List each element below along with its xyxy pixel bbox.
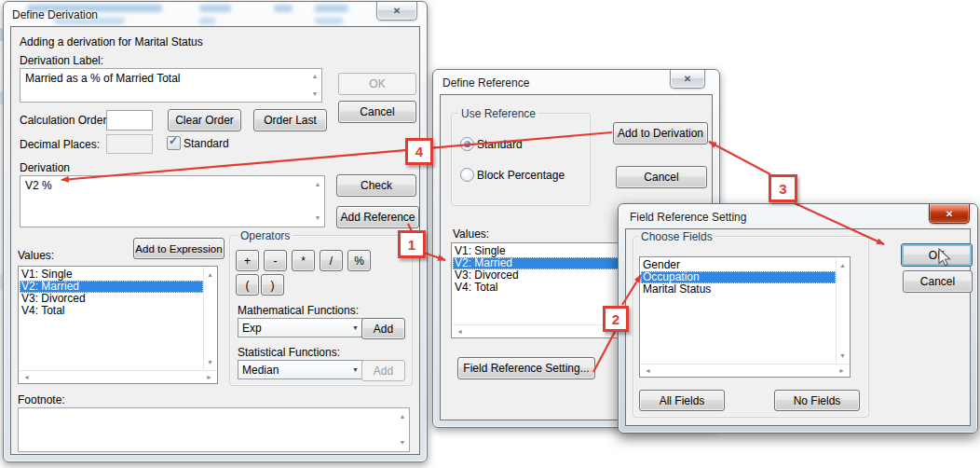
no-fields-button[interactable]: No Fields — [774, 390, 860, 411]
step-badge-3: 3 — [769, 174, 797, 202]
radio-dot — [464, 141, 470, 147]
ok-button[interactable]: OK — [338, 73, 416, 95]
horizontal-scrollbar[interactable]: ◄ ► — [641, 364, 849, 376]
field-reference-setting-button[interactable]: Field Reference Setting... — [457, 357, 595, 379]
scroll-down-icon[interactable]: ▼ — [310, 90, 320, 98]
stat-add-button[interactable]: Add — [361, 360, 405, 381]
scroll-up-icon[interactable]: ▲ — [313, 181, 322, 188]
scroll-right-icon[interactable]: ► — [838, 367, 845, 375]
standard-radio-label: Standard — [477, 138, 523, 151]
decimal-places-input[interactable] — [106, 134, 153, 154]
calculation-order-input[interactable] — [106, 110, 153, 131]
math-functions-caption: Mathematical Functions: — [238, 304, 359, 317]
footnote-caption: Footnote: — [18, 393, 65, 406]
scroll-left-icon[interactable]: ◄ — [645, 367, 651, 375]
horizontal-scrollbar[interactable]: ◄ ► — [20, 370, 216, 382]
derivation-label-input[interactable]: Married as a % of Married Total ▲ ▼ — [20, 68, 322, 103]
derivation-label-text: Married as a % of Married Total — [25, 72, 181, 85]
scroll-down-icon[interactable]: ▼ — [398, 439, 407, 447]
scroll-left-icon[interactable]: ◄ — [23, 374, 30, 381]
vertical-scrollbar[interactable]: ▲ ▼ — [836, 258, 849, 363]
operator-plus-button[interactable]: + — [236, 250, 259, 271]
order-last-button[interactable]: Order Last — [253, 109, 327, 131]
block-percentage-radio[interactable] — [460, 168, 474, 182]
math-add-button[interactable]: Add — [361, 318, 405, 339]
stat-functions-caption: Statistical Functions: — [238, 346, 340, 359]
fields-listbox[interactable]: Gender Occupation Marital Status ▲ ▼ ◄ ► — [639, 256, 851, 378]
chevron-down-icon: ▼ — [352, 324, 359, 331]
standard-radio[interactable] — [460, 137, 474, 151]
step-badge-4: 4 — [405, 138, 433, 165]
list-item[interactable]: V4: Total — [453, 282, 629, 294]
define-derivation-dialog: Define Derivation ✕ Adding a derivation … — [3, 1, 428, 462]
add-reference-button[interactable]: Add Reference — [336, 206, 419, 228]
step-badge-1: 1 — [398, 230, 426, 258]
operator-multiply-button[interactable]: * — [292, 250, 315, 271]
standard-checkbox-label: Standard — [184, 137, 229, 150]
scroll-up-icon[interactable]: ▲ — [310, 73, 320, 80]
scroll-down-icon[interactable]: ▼ — [207, 359, 213, 366]
operator-percent-button[interactable]: % — [347, 250, 371, 271]
cancel-button[interactable]: Cancel — [338, 101, 416, 123]
scroll-right-icon[interactable]: ► — [206, 374, 212, 381]
derivation-label-caption: Derivation Label: — [20, 54, 103, 67]
stat-functions-value: Median — [242, 364, 279, 377]
scroll-up-icon[interactable]: ▲ — [839, 262, 846, 269]
calculation-order-caption: Calculation Order: — [20, 114, 110, 127]
operator-minus-button[interactable]: - — [264, 250, 287, 271]
intro-text: Adding a derivation for Marital Status — [20, 35, 203, 48]
choose-fields-group-label: Choose Fields — [638, 230, 715, 243]
math-functions-dropdown[interactable]: Exp ▼ — [238, 318, 363, 337]
step-badge-2: 2 — [603, 306, 629, 332]
list-item[interactable]: V4: Total — [20, 305, 203, 317]
scroll-left-icon[interactable]: ◄ — [456, 328, 463, 336]
cancel-button[interactable]: Cancel — [903, 270, 973, 293]
vertical-scrollbar[interactable]: ▲ ▼ — [203, 268, 216, 369]
check-button[interactable]: Check — [336, 174, 416, 197]
derivation-caption: Derivation — [20, 161, 70, 174]
footnote-input[interactable]: ▲ ▼ — [18, 407, 410, 452]
clear-order-button[interactable]: Clear Order — [168, 109, 241, 131]
values-caption: Values: — [18, 249, 54, 262]
values-listbox[interactable]: V1: Single V2: Married V3: Divorced V4: … — [18, 266, 218, 384]
standard-checkbox[interactable]: ✓ — [167, 136, 181, 150]
values-caption: Values: — [453, 227, 489, 241]
ok-button[interactable]: OK — [901, 243, 973, 267]
all-fields-button[interactable]: All Fields — [639, 390, 725, 411]
cancel-button[interactable]: Cancel — [616, 166, 707, 188]
stat-functions-dropdown[interactable]: Median ▼ — [238, 360, 363, 379]
field-reference-setting-dialog: Field Reference Setting ✕ Choose Fields … — [618, 203, 978, 434]
scroll-down-icon[interactable]: ▼ — [313, 214, 322, 222]
operator-close-paren-button[interactable]: ) — [261, 274, 284, 296]
scroll-down-icon[interactable]: ▼ — [839, 352, 846, 360]
use-reference-group-label: Use Reference — [458, 107, 538, 120]
screenshot-root: Define Derivation ✕ Adding a derivation … — [0, 0, 980, 468]
operator-divide-button[interactable]: / — [320, 250, 343, 271]
list-item[interactable]: Marital Status — [641, 283, 836, 296]
block-percentage-radio-label: Block Percentage — [477, 169, 565, 182]
scroll-up-icon[interactable]: ▲ — [398, 413, 407, 420]
derivation-expression-input[interactable]: V2 % ▲ ▼ — [20, 175, 325, 227]
scroll-up-icon[interactable]: ▲ — [207, 271, 213, 279]
operator-open-paren-button[interactable]: ( — [236, 274, 259, 296]
chevron-down-icon: ▼ — [352, 366, 359, 373]
decimal-places-caption: Decimal Places: — [20, 138, 100, 151]
checkmark-icon: ✓ — [169, 134, 178, 147]
math-functions-value: Exp — [242, 322, 262, 335]
use-reference-group — [451, 113, 591, 206]
add-to-derivation-button[interactable]: Add to Derivation — [613, 122, 708, 145]
derivation-expression-text: V2 % — [25, 179, 52, 192]
operators-group-label: Operators — [238, 229, 293, 242]
add-to-expression-button[interactable]: Add to Expression — [133, 238, 225, 259]
